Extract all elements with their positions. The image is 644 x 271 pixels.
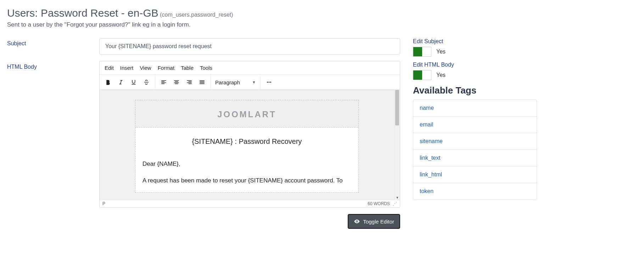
tag-item-email[interactable]: email — [413, 117, 537, 133]
email-brand-logo: JOOMLART — [135, 109, 358, 119]
align-right-button[interactable] — [183, 75, 196, 90]
edit-html-body-value: Yes — [436, 72, 446, 78]
bold-button[interactable] — [102, 75, 114, 90]
available-tags-heading: Available Tags — [413, 85, 537, 96]
editor-toolbar: Paragraph ▼ — [100, 75, 400, 90]
toggle-editor-label: Toggle Editor — [363, 219, 394, 225]
page-title: Users: Password Reset - en-GB — [7, 7, 158, 19]
page-title-suffix: (com_users.password_reset) — [160, 12, 233, 18]
editor-menubar: Edit Insert View Format Table Tools — [100, 61, 400, 75]
menu-insert[interactable]: Insert — [120, 65, 134, 71]
menu-view[interactable]: View — [140, 65, 151, 71]
page-description: Sent to a user by the "Forgot your passw… — [7, 21, 637, 28]
word-count: 60 WORDS — [368, 201, 390, 206]
subject-input[interactable] — [99, 38, 400, 55]
editor-statusbar: P 60 WORDS ⋰ — [100, 200, 400, 207]
eye-icon — [354, 218, 360, 225]
edit-html-body-label: Edit HTML Body — [413, 62, 537, 68]
tag-item-sitename[interactable]: sitename — [413, 133, 537, 150]
edit-html-body-toggle[interactable] — [413, 70, 431, 80]
email-greeting: Dear {NAME}, — [142, 159, 351, 169]
align-justify-button[interactable] — [196, 75, 208, 90]
more-button[interactable] — [263, 75, 275, 90]
menu-edit[interactable]: Edit — [105, 65, 114, 71]
tag-item-link-text[interactable]: link_text — [413, 150, 537, 166]
tag-item-link-html[interactable]: link_html — [413, 166, 537, 183]
edit-subject-toggle[interactable] — [413, 47, 431, 57]
scroll-thumb[interactable] — [395, 90, 399, 125]
block-format-label: Paragraph — [215, 79, 240, 85]
scroll-down-icon: ▼ — [396, 196, 399, 199]
status-path[interactable]: P — [102, 201, 105, 206]
svg-point-2 — [270, 82, 271, 83]
edit-subject-label: Edit Subject — [413, 38, 537, 45]
tag-item-name[interactable]: name — [413, 100, 537, 117]
svg-point-0 — [267, 82, 268, 83]
menu-tools[interactable]: Tools — [200, 65, 212, 71]
menu-table[interactable]: Table — [181, 65, 194, 71]
html-body-label: HTML Body — [7, 64, 99, 70]
chevron-down-icon: ▼ — [252, 80, 256, 84]
menu-format[interactable]: Format — [158, 65, 175, 71]
italic-button[interactable] — [114, 75, 127, 90]
available-tags-list: name email sitename link_text link_html … — [413, 100, 537, 200]
page-heading: Users: Password Reset - en-GB (com_users… — [7, 7, 637, 19]
tag-item-token[interactable]: token — [413, 183, 537, 199]
align-left-button[interactable] — [157, 75, 170, 90]
email-title: {SITENAME} : Password Recovery — [135, 128, 358, 156]
block-format-select[interactable]: Paragraph ▼ — [211, 75, 261, 90]
underline-button[interactable] — [127, 75, 140, 90]
html-editor: Edit Insert View Format Table Tools — [99, 61, 400, 208]
email-body-line: A request has been made to reset your {S… — [142, 176, 351, 186]
toggle-editor-button[interactable]: Toggle Editor — [348, 214, 400, 229]
resize-handle-icon[interactable]: ⋰ — [393, 201, 397, 206]
editor-content-area[interactable]: JOOMLART {SITENAME} : Password Recovery … — [100, 90, 394, 200]
editor-scrollbar[interactable]: ▲ ▼ — [394, 90, 400, 200]
align-center-button[interactable] — [170, 75, 183, 90]
svg-point-1 — [269, 82, 270, 83]
edit-subject-value: Yes — [436, 49, 446, 55]
subject-label: Subject — [7, 40, 99, 47]
strikethrough-button[interactable] — [140, 75, 153, 90]
